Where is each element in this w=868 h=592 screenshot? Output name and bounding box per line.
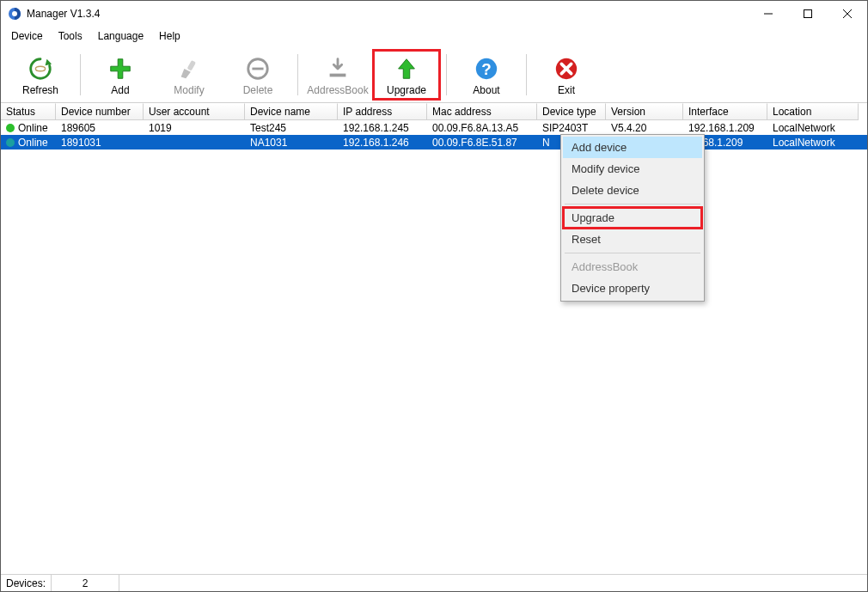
col-device-type[interactable]: Device type: [537, 103, 606, 120]
cell: Test245: [245, 122, 338, 134]
ctx-upgrade[interactable]: Upgrade: [563, 207, 702, 229]
status-count: 2: [51, 575, 119, 591]
maximize-button[interactable]: [788, 1, 828, 27]
menu-help[interactable]: Help: [152, 28, 187, 44]
question-icon: ?: [473, 55, 500, 82]
window-controls: [749, 1, 867, 27]
cell: Online: [1, 137, 56, 149]
table-body: Online1896051019Test245192.168.1.24500.0…: [1, 120, 867, 574]
col-mac-address[interactable]: Mac address: [427, 103, 537, 120]
cell: 00.09.F6.8A.13.A5: [427, 122, 537, 134]
col-user-account[interactable]: User account: [144, 103, 245, 120]
svg-rect-8: [187, 60, 196, 71]
delete-label: Delete: [243, 84, 273, 96]
table-row[interactable]: Online1891031NA1031192.168.1.24600.09.F6…: [1, 135, 867, 150]
col-device-number[interactable]: Device number: [56, 103, 144, 120]
cell: LocalNetwork: [767, 122, 859, 134]
exit-label: Exit: [558, 84, 575, 96]
brush-icon: [175, 55, 203, 82]
app-window: Manager V1.3.4 Device Tools Language Hel…: [0, 0, 868, 592]
add-button[interactable]: Add: [86, 49, 155, 101]
delete-button[interactable]: Delete: [223, 49, 292, 101]
addressbook-button[interactable]: AddressBook: [303, 49, 372, 101]
svg-point-7: [35, 66, 45, 71]
ctx-separator: [565, 204, 700, 204]
svg-point-1: [12, 11, 17, 16]
cell: 189605: [56, 122, 144, 134]
svg-text:?: ?: [481, 60, 491, 78]
add-label: Add: [111, 84, 129, 96]
menu-device[interactable]: Device: [4, 28, 50, 44]
status-label: Devices:: [1, 577, 51, 589]
device-table: Status Device number User account Device…: [1, 102, 867, 574]
ctx-addressbook[interactable]: AddressBook: [563, 256, 702, 278]
menu-tools[interactable]: Tools: [52, 28, 89, 44]
download-icon: [324, 55, 351, 82]
col-ip-address[interactable]: IP address: [338, 103, 427, 120]
about-button[interactable]: ? About: [452, 49, 521, 101]
toolbar: Refresh Add Modify Delete Addr: [1, 46, 867, 102]
status-text: Online: [18, 137, 48, 149]
about-label: About: [473, 84, 499, 96]
ctx-device-property[interactable]: Device property: [563, 278, 702, 299]
close-button[interactable]: [828, 1, 867, 27]
svg-rect-11: [330, 74, 346, 77]
cell: NA1031: [245, 137, 338, 149]
cell: SIP2403T: [537, 122, 606, 134]
minimize-button[interactable]: [749, 1, 788, 27]
ctx-separator: [565, 253, 700, 253]
refresh-label: Refresh: [22, 84, 58, 96]
modify-label: Modify: [174, 84, 204, 96]
cell: 00.09.F6.8E.51.87: [427, 137, 537, 149]
svg-rect-3: [804, 10, 812, 18]
app-icon: [8, 7, 21, 21]
col-location[interactable]: Location: [767, 103, 859, 120]
status-dot-icon: [6, 138, 15, 147]
arrow-up-icon: [393, 55, 420, 82]
toolbar-separator: [526, 54, 527, 95]
ctx-reset[interactable]: Reset: [563, 229, 702, 250]
ctx-delete-device[interactable]: Delete device: [563, 180, 702, 201]
upgrade-label: Upgrade: [387, 84, 426, 96]
cell: LocalNetwork: [767, 137, 859, 149]
col-device-name[interactable]: Device name: [245, 103, 338, 120]
cell: 192.168.1.245: [338, 122, 427, 134]
cell: Online: [1, 122, 56, 134]
refresh-icon: [27, 55, 54, 82]
title-bar: Manager V1.3.4: [1, 1, 867, 27]
toolbar-separator: [80, 54, 81, 95]
modify-button[interactable]: Modify: [155, 49, 223, 101]
col-status[interactable]: Status: [1, 103, 56, 120]
cell: 192.168.1.246: [338, 137, 427, 149]
toolbar-separator: [446, 54, 447, 95]
menu-bar: Device Tools Language Help: [1, 27, 867, 46]
refresh-button[interactable]: Refresh: [6, 49, 75, 101]
window-title: Manager V1.3.4: [27, 8, 749, 20]
table-header: Status Device number User account Device…: [1, 103, 867, 120]
close-circle-icon: [553, 55, 580, 82]
status-text: Online: [18, 122, 48, 134]
table-row[interactable]: Online1896051019Test245192.168.1.24500.0…: [1, 120, 867, 135]
svg-marker-6: [46, 59, 52, 66]
status-bar: Devices: 2: [1, 574, 867, 591]
cell: 192.168.1.209: [683, 122, 767, 134]
plus-icon: [107, 55, 134, 82]
addressbook-label: AddressBook: [307, 84, 368, 96]
toolbar-separator: [297, 54, 298, 95]
col-interface[interactable]: Interface: [683, 103, 767, 120]
ctx-add-device[interactable]: Add device: [563, 137, 702, 158]
exit-button[interactable]: Exit: [532, 49, 601, 101]
menu-language[interactable]: Language: [91, 28, 150, 44]
minus-circle-icon: [244, 55, 272, 82]
cell: V5.4.20: [606, 122, 683, 134]
context-menu: Add device Modify device Delete device U…: [560, 134, 705, 302]
upgrade-button[interactable]: Upgrade: [372, 49, 441, 101]
status-dot-icon: [6, 124, 15, 132]
col-version[interactable]: Version: [606, 103, 683, 120]
cell: 1019: [144, 122, 245, 134]
ctx-modify-device[interactable]: Modify device: [563, 158, 702, 180]
cell: 1891031: [56, 137, 144, 149]
